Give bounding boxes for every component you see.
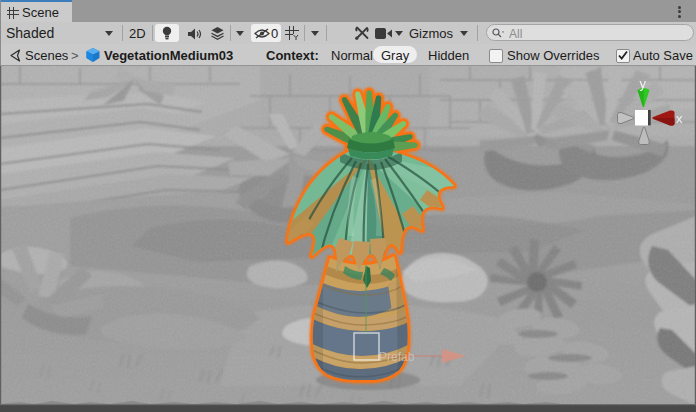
svg-text:y: y bbox=[640, 76, 647, 91]
svg-text:x: x bbox=[676, 111, 683, 126]
svg-text:Prefab: Prefab bbox=[379, 350, 415, 364]
